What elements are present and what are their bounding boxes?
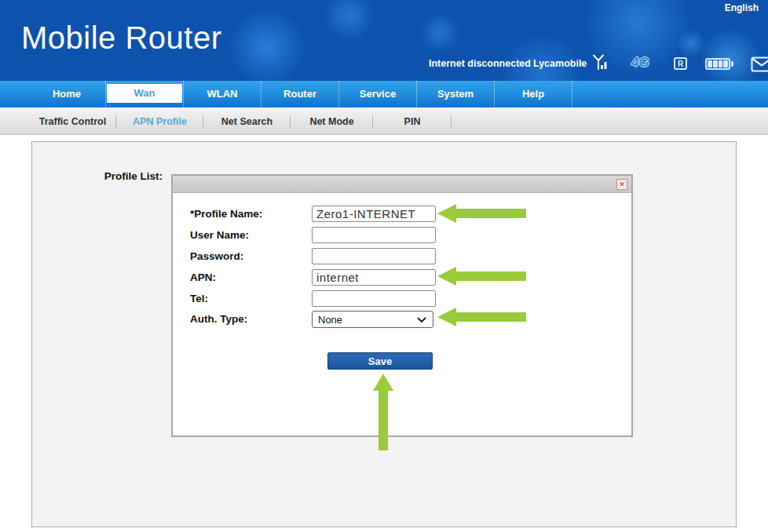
user-name-input[interactable] (312, 227, 436, 243)
apn-profile-dialog: ✕ *Profile Name: User Name: Password: AP… (171, 174, 633, 437)
profile-list-label: Profile List: (79, 170, 163, 182)
header: English Mobile Router Internet disconnec… (0, 0, 768, 81)
apn-row: APN: (173, 269, 631, 286)
mail-icon (751, 56, 768, 72)
close-icon[interactable]: ✕ (616, 179, 627, 190)
save-button[interactable]: Save (327, 352, 433, 370)
callout-arrow-apn (437, 265, 526, 287)
auth-type-label: Auth. Type: (190, 313, 247, 325)
password-input[interactable] (312, 248, 436, 264)
network-4g-icon: 4G (631, 55, 649, 71)
page: { "language_link": "English", "header": … (0, 0, 768, 532)
auth-type-value: None (318, 314, 342, 326)
roaming-icon: R (674, 57, 687, 70)
password-row: Password: (173, 248, 631, 265)
tab-router[interactable]: Router (261, 81, 339, 107)
subtab-traffic-control[interactable]: Traffic Control (29, 109, 116, 134)
tab-service[interactable]: Service (339, 81, 417, 107)
chevron-down-icon (417, 317, 426, 322)
battery-icon (705, 58, 730, 70)
subtab-apn-profile[interactable]: APN Profile (116, 109, 203, 134)
tab-help[interactable]: Help (495, 81, 572, 107)
user-name-row: User Name: (173, 227, 631, 244)
tab-system[interactable]: System (417, 81, 495, 107)
tel-input[interactable] (312, 290, 436, 307)
tel-row: Tel: (173, 290, 631, 308)
internet-status-text: Internet disconnected (429, 58, 531, 69)
signal-antenna-icon (590, 54, 609, 73)
profile-name-input[interactable] (312, 206, 436, 222)
profile-name-row: *Profile Name: (173, 206, 631, 223)
apn-label: APN: (190, 271, 216, 283)
user-name-label: User Name: (190, 229, 249, 241)
profile-name-label: *Profile Name: (190, 208, 262, 220)
tab-home[interactable]: Home (28, 81, 106, 107)
tab-wlan[interactable]: WLAN (184, 81, 261, 107)
language-link[interactable]: English (725, 2, 759, 13)
callout-arrow-profile-name (437, 202, 526, 224)
callout-arrow-save (373, 373, 393, 450)
sub-nav: Traffic Control APN Profile Net Search N… (0, 107, 768, 135)
dialog-titlebar: ✕ (173, 176, 631, 193)
auth-type-select[interactable]: None (312, 311, 433, 328)
subtab-net-mode[interactable]: Net Mode (291, 109, 373, 134)
subtab-pin[interactable]: PIN (373, 109, 452, 134)
tel-label: Tel: (190, 293, 208, 304)
auth-type-row: Auth. Type: None (173, 311, 631, 328)
dialog-body: *Profile Name: User Name: Password: APN:… (173, 193, 631, 435)
callout-arrow-auth-type (437, 306, 526, 328)
password-label: Password: (190, 250, 243, 262)
carrier-name-text: Lycamobile (533, 58, 587, 69)
tab-wan[interactable]: Wan (106, 81, 184, 107)
apn-input[interactable] (312, 269, 436, 286)
page-title: Mobile Router (21, 20, 222, 56)
main-nav: Home Wan WLAN Router Service System Help (0, 81, 768, 107)
subtab-net-search[interactable]: Net Search (203, 109, 291, 134)
